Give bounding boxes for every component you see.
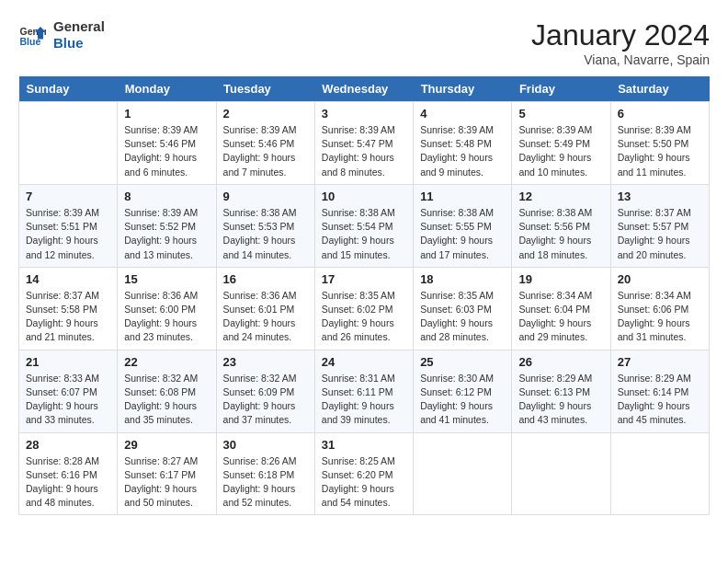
day-number: 7: [26, 190, 110, 203]
calendar-cell: 29Sunrise: 8:27 AM Sunset: 6:17 PM Dayli…: [118, 432, 216, 515]
calendar-cell: 26Sunrise: 8:29 AM Sunset: 6:13 PM Dayli…: [512, 350, 610, 432]
cell-details: Sunrise: 8:38 AM Sunset: 5:54 PM Dayligh…: [322, 206, 406, 262]
calendar-week-row: 21Sunrise: 8:33 AM Sunset: 6:07 PM Dayli…: [19, 350, 710, 432]
month-year-title: January 2024: [531, 18, 710, 52]
day-header-thursday: Thursday: [414, 76, 512, 102]
calendar-week-row: 14Sunrise: 8:37 AM Sunset: 5:58 PM Dayli…: [19, 267, 710, 350]
calendar-cell: 5Sunrise: 8:39 AM Sunset: 5:49 PM Daylig…: [512, 102, 610, 185]
calendar-header-row: SundayMondayTuesdayWednesdayThursdayFrid…: [19, 76, 710, 102]
day-number: 4: [420, 107, 505, 121]
calendar-cell: 27Sunrise: 8:29 AM Sunset: 6:14 PM Dayli…: [610, 350, 709, 432]
day-number: 9: [223, 190, 308, 203]
calendar-cell: 7Sunrise: 8:39 AM Sunset: 5:51 PM Daylig…: [19, 184, 118, 267]
cell-details: Sunrise: 8:32 AM Sunset: 6:09 PM Dayligh…: [223, 372, 308, 428]
cell-details: Sunrise: 8:39 AM Sunset: 5:50 PM Dayligh…: [618, 123, 702, 179]
calendar-table: SundayMondayTuesdayWednesdayThursdayFrid…: [18, 76, 710, 515]
cell-details: Sunrise: 8:33 AM Sunset: 6:07 PM Dayligh…: [26, 372, 110, 428]
day-number: 11: [420, 190, 505, 203]
day-number: 21: [26, 355, 110, 369]
calendar-cell: 28Sunrise: 8:28 AM Sunset: 6:16 PM Dayli…: [19, 432, 118, 515]
day-number: 15: [124, 272, 209, 286]
logo-icon: General Blue: [18, 21, 46, 49]
calendar-cell: 14Sunrise: 8:37 AM Sunset: 5:58 PM Dayli…: [19, 267, 118, 350]
cell-details: Sunrise: 8:35 AM Sunset: 6:02 PM Dayligh…: [322, 289, 406, 345]
calendar-cell: 13Sunrise: 8:37 AM Sunset: 5:57 PM Dayli…: [610, 184, 709, 267]
calendar-cell: [512, 432, 610, 515]
location-subtitle: Viana, Navarre, Spain: [531, 52, 710, 67]
calendar-cell: 25Sunrise: 8:30 AM Sunset: 6:12 PM Dayli…: [414, 350, 512, 432]
day-number: 24: [322, 355, 406, 369]
calendar-body: 1Sunrise: 8:39 AM Sunset: 5:46 PM Daylig…: [19, 102, 710, 515]
day-number: 31: [322, 438, 406, 452]
day-number: 10: [322, 190, 406, 203]
day-number: 18: [420, 272, 505, 286]
title-block: January 2024 Viana, Navarre, Spain: [531, 18, 710, 67]
day-number: 14: [26, 272, 110, 286]
day-number: 12: [518, 190, 603, 203]
cell-details: Sunrise: 8:39 AM Sunset: 5:51 PM Dayligh…: [26, 206, 110, 262]
day-header-monday: Monday: [118, 76, 216, 102]
day-number: 13: [618, 190, 702, 203]
calendar-week-row: 1Sunrise: 8:39 AM Sunset: 5:46 PM Daylig…: [19, 102, 710, 185]
day-number: 23: [223, 355, 308, 369]
cell-details: Sunrise: 8:36 AM Sunset: 6:00 PM Dayligh…: [124, 289, 209, 345]
page-header: General Blue General Blue January 2024 V…: [18, 18, 710, 67]
svg-text:Blue: Blue: [20, 36, 41, 47]
day-number: 2: [223, 107, 308, 121]
day-number: 20: [618, 272, 702, 286]
cell-details: Sunrise: 8:39 AM Sunset: 5:47 PM Dayligh…: [322, 123, 406, 179]
cell-details: Sunrise: 8:32 AM Sunset: 6:08 PM Dayligh…: [124, 372, 209, 428]
day-number: 28: [26, 438, 110, 452]
day-number: 8: [124, 190, 209, 203]
cell-details: Sunrise: 8:39 AM Sunset: 5:49 PM Dayligh…: [518, 123, 603, 179]
calendar-cell: 2Sunrise: 8:39 AM Sunset: 5:46 PM Daylig…: [216, 102, 314, 185]
day-header-sunday: Sunday: [19, 76, 118, 102]
cell-details: Sunrise: 8:39 AM Sunset: 5:48 PM Dayligh…: [420, 123, 505, 179]
calendar-week-row: 28Sunrise: 8:28 AM Sunset: 6:16 PM Dayli…: [19, 432, 710, 515]
calendar-cell: 11Sunrise: 8:38 AM Sunset: 5:55 PM Dayli…: [414, 184, 512, 267]
calendar-cell: 30Sunrise: 8:26 AM Sunset: 6:18 PM Dayli…: [216, 432, 314, 515]
cell-details: Sunrise: 8:25 AM Sunset: 6:20 PM Dayligh…: [322, 454, 406, 511]
cell-details: Sunrise: 8:31 AM Sunset: 6:11 PM Dayligh…: [322, 372, 406, 428]
day-number: 30: [223, 438, 308, 452]
calendar-week-row: 7Sunrise: 8:39 AM Sunset: 5:51 PM Daylig…: [19, 184, 710, 267]
calendar-cell: 31Sunrise: 8:25 AM Sunset: 6:20 PM Dayli…: [314, 432, 413, 515]
day-number: 25: [420, 355, 505, 369]
cell-details: Sunrise: 8:38 AM Sunset: 5:55 PM Dayligh…: [420, 206, 505, 262]
day-number: 16: [223, 272, 308, 286]
cell-details: Sunrise: 8:37 AM Sunset: 5:57 PM Dayligh…: [618, 206, 702, 262]
cell-details: Sunrise: 8:29 AM Sunset: 6:13 PM Dayligh…: [518, 372, 603, 428]
calendar-cell: 4Sunrise: 8:39 AM Sunset: 5:48 PM Daylig…: [414, 102, 512, 185]
day-number: 26: [518, 355, 603, 369]
calendar-cell: 1Sunrise: 8:39 AM Sunset: 5:46 PM Daylig…: [118, 102, 216, 185]
day-header-saturday: Saturday: [610, 76, 709, 102]
calendar-cell: 16Sunrise: 8:36 AM Sunset: 6:01 PM Dayli…: [216, 267, 314, 350]
day-number: 17: [322, 272, 406, 286]
cell-details: Sunrise: 8:38 AM Sunset: 5:56 PM Dayligh…: [518, 206, 603, 262]
day-header-tuesday: Tuesday: [216, 76, 314, 102]
cell-details: Sunrise: 8:35 AM Sunset: 6:03 PM Dayligh…: [420, 289, 505, 345]
cell-details: Sunrise: 8:37 AM Sunset: 5:58 PM Dayligh…: [26, 289, 110, 345]
day-number: 1: [124, 107, 209, 121]
calendar-cell: 15Sunrise: 8:36 AM Sunset: 6:00 PM Dayli…: [118, 267, 216, 350]
day-number: 6: [618, 107, 702, 121]
day-header-friday: Friday: [512, 76, 610, 102]
day-number: 3: [322, 107, 406, 121]
calendar-cell: [610, 432, 709, 515]
calendar-cell: 21Sunrise: 8:33 AM Sunset: 6:07 PM Dayli…: [19, 350, 118, 432]
logo-line1: General: [53, 18, 105, 35]
cell-details: Sunrise: 8:30 AM Sunset: 6:12 PM Dayligh…: [420, 372, 505, 428]
calendar-cell: 19Sunrise: 8:34 AM Sunset: 6:04 PM Dayli…: [512, 267, 610, 350]
calendar-cell: 23Sunrise: 8:32 AM Sunset: 6:09 PM Dayli…: [216, 350, 314, 432]
calendar-cell: 12Sunrise: 8:38 AM Sunset: 5:56 PM Dayli…: [512, 184, 610, 267]
calendar-cell: 24Sunrise: 8:31 AM Sunset: 6:11 PM Dayli…: [314, 350, 413, 432]
cell-details: Sunrise: 8:29 AM Sunset: 6:14 PM Dayligh…: [618, 372, 702, 428]
calendar-cell: 10Sunrise: 8:38 AM Sunset: 5:54 PM Dayli…: [314, 184, 413, 267]
calendar-cell: 9Sunrise: 8:38 AM Sunset: 5:53 PM Daylig…: [216, 184, 314, 267]
calendar-cell: 8Sunrise: 8:39 AM Sunset: 5:52 PM Daylig…: [118, 184, 216, 267]
cell-details: Sunrise: 8:34 AM Sunset: 6:04 PM Dayligh…: [518, 289, 603, 345]
day-number: 27: [618, 355, 702, 369]
cell-details: Sunrise: 8:27 AM Sunset: 6:17 PM Dayligh…: [124, 454, 209, 511]
calendar-cell: 17Sunrise: 8:35 AM Sunset: 6:02 PM Dayli…: [314, 267, 413, 350]
day-number: 19: [518, 272, 603, 286]
